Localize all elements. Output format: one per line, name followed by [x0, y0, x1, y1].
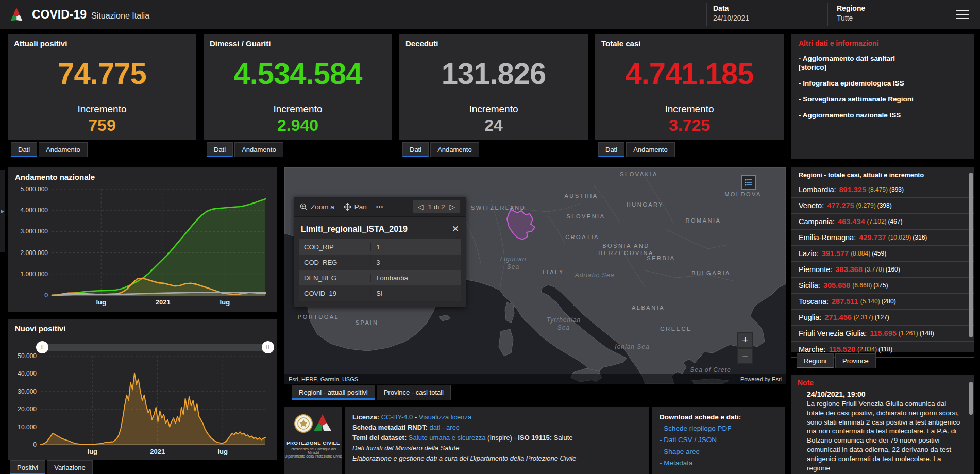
- tab-positivi[interactable]: Positivi: [10, 460, 45, 474]
- popup-attribute-row: COD_RIP1: [299, 239, 461, 255]
- license-line: Scheda metadati RNDT: dati - aree: [352, 424, 649, 431]
- region-name: Piemonte:: [799, 265, 832, 274]
- note-scrollbar[interactable]: [969, 382, 973, 415]
- pager-next-icon[interactable]: ▷: [450, 202, 455, 211]
- license-text: Dati forniti dal Ministero della Salute: [352, 444, 459, 452]
- map-sea-label-tyrrhenian: Tyrrhenian: [547, 316, 581, 324]
- tab-province-casi-totali[interactable]: Province - casi totali: [377, 385, 451, 400]
- stat-card-tabs: DatiAndamento: [598, 142, 675, 157]
- license-link[interactable]: Visualizza licenza: [419, 413, 471, 421]
- map-label-albania: ALBANIA: [632, 304, 665, 311]
- map-legend-list-button[interactable]: [741, 175, 756, 190]
- tab-andamento[interactable]: Andamento: [626, 142, 675, 157]
- region-current-positives: (5.140): [860, 298, 880, 305]
- license-link[interactable]: CC-BY-4.0: [381, 413, 413, 421]
- region-row[interactable]: Friuli Venezia Giulia:115.695(1.261)(148…: [791, 326, 974, 342]
- note-panel: Note 24/10/2021, 19:00 La regione Friuli…: [791, 375, 974, 474]
- region-row[interactable]: Piemonte:383.368(3.778)(160): [791, 262, 974, 278]
- nuovi-positivi-title: Nuovi positivi: [8, 319, 277, 333]
- download-link[interactable]: - Dati CSV / JSON: [660, 434, 785, 446]
- popup-more-button[interactable]: •••: [376, 204, 384, 210]
- region-increment: (118): [878, 346, 892, 353]
- menu-hamburger-icon[interactable]: [956, 10, 969, 19]
- map-label-switzerland: SWITZERLAND: [471, 205, 526, 211]
- tab-andamento[interactable]: Andamento: [430, 142, 479, 157]
- region-current-positives: (6.668): [852, 282, 872, 289]
- andamento-nazionale-panel: Andamento nazionale 01.000.0002.000.0003…: [8, 167, 277, 312]
- map-label-spain: SPAIN: [356, 319, 379, 326]
- nuovi-positivi-chart: 010.00020.00030.00040.00050.000lug2021lu…: [14, 352, 271, 457]
- license-lines: Licenza: CC-BY-4.0 - Visualizza licenzaS…: [352, 413, 649, 462]
- increment-label: Incremento: [8, 99, 196, 115]
- tab-andamento[interactable]: Andamento: [39, 142, 88, 157]
- region-row[interactable]: Sicilia:305.658(6.668)(375): [791, 278, 974, 294]
- license-line: Dati forniti dal Ministero della Salute: [352, 444, 649, 452]
- license-link[interactable]: aree: [446, 424, 460, 431]
- stat-card-title: Attuali positivi: [8, 34, 196, 48]
- map-label-herzegovina: HERZEGOVINA: [598, 250, 654, 256]
- region-row[interactable]: Lazio:391.577(8.884)(459): [791, 246, 974, 262]
- region-row[interactable]: Toscana:287.511(5.140)(280): [791, 294, 974, 310]
- tab-dati[interactable]: Dati: [11, 142, 37, 157]
- region-name: Marche:: [799, 345, 825, 353]
- download-link[interactable]: - Metadata: [660, 458, 785, 469]
- map-sea-label-ionian-sea: Ionian Sea: [615, 343, 649, 350]
- tab-province[interactable]: Province: [835, 353, 876, 368]
- region-increment: (467): [888, 218, 903, 225]
- europe-map[interactable]: SWITZERLANDAUSTRIASLOVAKIAHUNGARYMOLDOVA…: [284, 167, 786, 384]
- license-line: Temi del dataset: Salute umana e sicurez…: [352, 434, 649, 442]
- tab-dati[interactable]: Dati: [598, 142, 624, 157]
- popup-close-icon[interactable]: ✕: [452, 224, 459, 234]
- tab-dati[interactable]: Dati: [207, 142, 233, 157]
- note-title: Note: [791, 375, 974, 387]
- tab-dati[interactable]: Dati: [402, 142, 429, 157]
- tab-regioni[interactable]: Regioni: [797, 353, 834, 368]
- download-link[interactable]: - Shape aree: [660, 446, 785, 458]
- tab-andamento[interactable]: Andamento: [234, 142, 283, 157]
- license-text: -: [413, 413, 419, 421]
- region-total-cases: 391.577: [822, 249, 849, 258]
- logo-line2: Presidenza del Consiglio dei Ministri: [284, 447, 342, 454]
- stat-card-value: 74.775: [8, 48, 196, 99]
- region-row[interactable]: Veneto:477.275(9.279)(398): [791, 198, 974, 214]
- region-row[interactable]: Lombardia:891.325(8.475)(393): [791, 182, 974, 198]
- attribute-value: 3: [370, 259, 461, 266]
- map-zoom-out-button[interactable]: −: [737, 348, 753, 364]
- app-title: COVID-19: [32, 8, 87, 22]
- tab-variazione[interactable]: Variazione: [47, 460, 92, 474]
- regions-scrollbar[interactable]: [969, 173, 973, 337]
- region-row[interactable]: Emilia-Romagna:429.737(10.029)(316): [791, 230, 974, 246]
- region-name: Friuli Venezia Giulia:: [799, 329, 867, 337]
- region-increment: (398): [877, 202, 892, 209]
- map-zoom-in-button[interactable]: +: [737, 332, 753, 348]
- popup-pan-button[interactable]: Pan: [344, 203, 367, 211]
- region-row[interactable]: Campania:463.434(7.102)(467): [791, 214, 974, 230]
- app-logo-icon: [7, 6, 26, 24]
- license-link[interactable]: Salute umana e sicurezza: [409, 434, 486, 442]
- download-link[interactable]: - Schede riepilogo PDF: [660, 423, 785, 434]
- map-label-bulgaria: BULGARIA: [691, 270, 731, 276]
- region-row[interactable]: Puglia:271.456(2.317)(127): [791, 310, 974, 326]
- region-increment: (316): [913, 234, 927, 241]
- pager-prev-icon[interactable]: ◁: [418, 202, 423, 211]
- regione-value[interactable]: Tutte: [837, 14, 865, 22]
- info-link[interactable]: - Aggiornamento nazionale ISS: [799, 111, 967, 120]
- stat-card: Deceduti131.826Incremento24: [399, 34, 588, 140]
- region-current-positives: (2.034): [857, 346, 877, 353]
- left-panel-collapse-handle[interactable]: ▶: [0, 170, 5, 252]
- region-total-cases: 463.434: [838, 217, 865, 226]
- note-date: 24/10/2021, 19:00: [807, 390, 965, 398]
- region-current-positives: (8.884): [851, 250, 870, 257]
- regioni-list-panel: Regioni - totale casi, attuali e increme…: [791, 167, 974, 352]
- info-link[interactable]: - Sorveglianza settimanale Regioni: [799, 95, 967, 104]
- download-panel: Download schede e dati: - Schede riepilo…: [652, 407, 785, 474]
- info-link[interactable]: - Infografica epidemiologica ISS: [799, 79, 967, 88]
- license-link[interactable]: dati: [430, 424, 441, 431]
- info-link[interactable]: - Aggiornamento dati sanitari [storico]: [799, 55, 967, 72]
- region-total-cases: 305.658: [823, 281, 850, 290]
- altri-dati-panel: Altri dati e informazioni - Aggiornament…: [791, 34, 974, 159]
- popup-zoom-to-button[interactable]: Zoom a: [300, 203, 334, 211]
- svg-text:20.000: 20.000: [18, 405, 37, 413]
- tab-regioni-attuali-positivi[interactable]: Regioni - attuali positivi: [292, 385, 375, 400]
- time-range-slider[interactable]: ǀǀ ǀǀ: [39, 344, 272, 351]
